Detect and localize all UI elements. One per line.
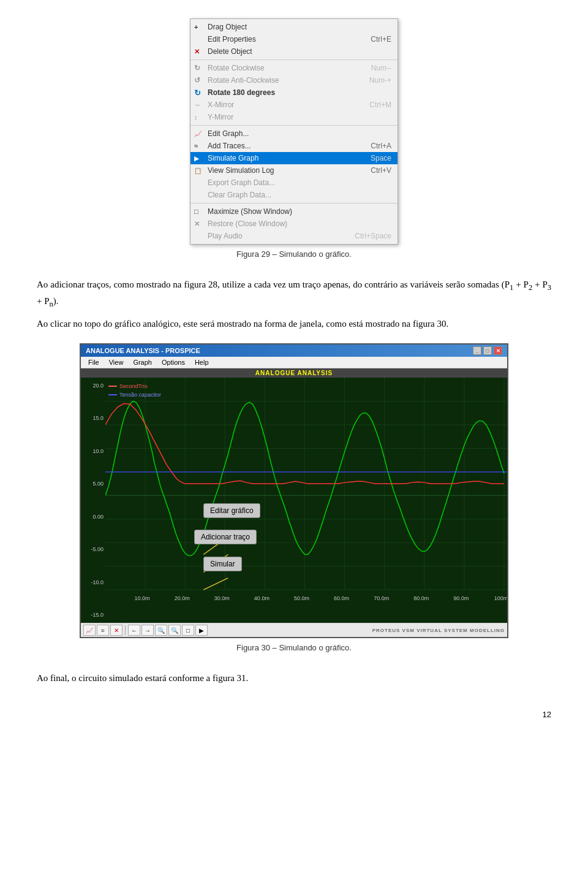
toolbar-btn-5[interactable]: → — [141, 625, 154, 636]
menu-item-export-graph-data[interactable]: Export Graph Data... — [190, 177, 398, 189]
context-menu-wrapper: + Drag Object Edit Properties Ctrl+E ✕ D… — [190, 18, 398, 271]
figure29-caption: Figura 29 – Simulando o gráfico. — [236, 249, 352, 259]
minimize-btn[interactable]: _ — [473, 346, 481, 355]
proteus-label: PROTEUS VSM VIRTUAL SYSTEM MODELLING — [372, 628, 505, 633]
edit-graph-icon: 📈 — [194, 131, 202, 137]
figure30-caption: Figura 30 – Simulando o gráfico. — [236, 643, 352, 652]
maximize-btn[interactable]: □ — [483, 346, 492, 355]
svg-text:40.0m: 40.0m — [254, 596, 270, 602]
menu-item-y-mirror[interactable]: ↕ Y-Mirror — [190, 111, 398, 123]
menu-item-x-mirror[interactable]: ↔ X-Mirror Ctrl+M — [190, 99, 398, 111]
edit-properties-label: Edit Properties — [208, 35, 358, 44]
menu-item-play-audio[interactable]: Play Audio Ctrl+Space — [190, 230, 398, 242]
edit-graph-label: Edit Graph... — [208, 129, 391, 138]
analysis-titlebar: ANALOGUE ANALYSIS - PROSPICE _ □ ✕ — [81, 345, 507, 357]
svg-line-22 — [203, 578, 228, 590]
delete-object-label: Delete Object — [208, 47, 391, 56]
export-graph-data-label: Export Graph Data... — [208, 178, 391, 187]
rotate-180-label: Rotate 180 degrees — [208, 88, 391, 97]
menu-options[interactable]: Options — [157, 357, 190, 367]
menu-item-rotate-180[interactable]: ↻ Rotate 180 degrees — [190, 86, 398, 99]
x-mirror-icon: ↔ — [194, 101, 201, 109]
restore-label: Restore (Close Window) — [208, 219, 391, 228]
toolbar-sep-1 — [125, 625, 126, 635]
menu-item-delete-object[interactable]: ✕ Delete Object — [190, 45, 398, 58]
analysis-label-bar: ANALOGUE ANALYSIS — [81, 368, 507, 378]
svg-text:30.0m: 30.0m — [214, 596, 230, 602]
restore-icon: ✕ — [194, 220, 200, 228]
menu-file[interactable]: File — [83, 357, 104, 367]
rotate-cw-shortcut: Num-- — [371, 64, 391, 72]
svg-text:20.0m: 20.0m — [175, 596, 190, 602]
analysis-toolbar: 📈 ≈ ✕ ← → 🔍 🔍 □ ▶ PROTEUS VSM VIRTUAL SY… — [81, 623, 507, 637]
callout-editar-grafico: Editar gráfico — [203, 503, 260, 518]
toolbar-btn-6[interactable]: 🔍 — [155, 625, 167, 636]
callout-simular: Simular — [203, 557, 242, 571]
add-traces-shortcut: Ctrl+A — [371, 142, 391, 150]
drag-object-icon: + — [194, 23, 198, 31]
drag-object-label: Drag Object — [208, 23, 391, 31]
clear-graph-data-label: Clear Graph Data... — [208, 191, 391, 199]
menu-item-view-sim-log[interactable]: 📋 View Simulation Log Ctrl+V — [190, 164, 398, 177]
menu-item-edit-graph[interactable]: 📈 Edit Graph... — [190, 128, 398, 140]
analysis-window-wrapper: ANALOGUE ANALYSIS - PROSPICE _ □ ✕ File … — [37, 343, 551, 665]
svg-text:100m: 100m — [494, 596, 507, 602]
toolbar-btn-2[interactable]: ≈ — [97, 625, 109, 636]
analysis-window[interactable]: ANALOGUE ANALYSIS - PROSPICE _ □ ✕ File … — [80, 343, 508, 638]
x-mirror-shortcut: Ctrl+M — [369, 101, 391, 109]
play-audio-label: Play Audio — [208, 232, 342, 240]
context-menu[interactable]: + Drag Object Edit Properties Ctrl+E ✕ D… — [190, 18, 398, 245]
view-sim-log-shortcut: Ctrl+V — [371, 166, 391, 175]
view-sim-log-label: View Simulation Log — [208, 166, 358, 175]
svg-text:70.0m: 70.0m — [374, 596, 389, 602]
menu-item-rotate-anti-clockwise[interactable]: ↺ Rotate Anti-Clockwise Num-+ — [190, 74, 398, 86]
titlebar-buttons: _ □ ✕ — [473, 346, 502, 355]
rotate-ccw-shortcut: Num-+ — [369, 76, 391, 85]
delete-object-icon: ✕ — [194, 48, 200, 56]
toolbar-btn-9[interactable]: ▶ — [195, 625, 208, 636]
page-number: 12 — [37, 710, 551, 719]
toolbar-btn-4[interactable]: ← — [128, 625, 140, 636]
svg-text:50.0m: 50.0m — [294, 596, 309, 602]
maximize-icon: □ — [194, 208, 198, 215]
maximize-label: Maximize (Show Window) — [208, 207, 391, 216]
page-content: + Drag Object Edit Properties Ctrl+E ✕ D… — [37, 18, 551, 719]
menu-help[interactable]: Help — [190, 357, 214, 367]
toolbar-btn-3[interactable]: ✕ — [110, 625, 123, 636]
rotate-anti-clockwise-label: Rotate Anti-Clockwise — [208, 76, 357, 85]
separator-1 — [190, 59, 398, 60]
svg-text:60.0m: 60.0m — [334, 596, 349, 602]
rotate-ccw-icon: ↺ — [194, 76, 200, 85]
menu-graph[interactable]: Graph — [128, 357, 157, 367]
menu-item-restore[interactable]: ✕ Restore (Close Window) — [190, 218, 398, 230]
toolbar-btn-7[interactable]: 🔍 — [168, 625, 181, 636]
play-audio-shortcut: Ctrl+Space — [355, 232, 391, 240]
toolbar-btn-1[interactable]: 📈 — [83, 625, 96, 636]
toolbar-btn-8[interactable]: □ — [182, 625, 194, 636]
menu-item-add-traces[interactable]: ≈ Add Traces... Ctrl+A — [190, 140, 398, 152]
simulate-graph-shortcut: Space — [371, 154, 391, 162]
body-paragraph-3: Ao final, o circuito simulado estará con… — [37, 671, 551, 685]
menu-item-clear-graph-data[interactable]: Clear Graph Data... — [190, 189, 398, 201]
menu-item-edit-properties[interactable]: Edit Properties Ctrl+E — [190, 33, 398, 45]
menu-item-rotate-clockwise[interactable]: ↻ Rotate Clockwise Num-- — [190, 62, 398, 74]
svg-text:10.0m: 10.0m — [135, 596, 150, 602]
menu-item-simulate-graph[interactable]: ▶ Simulate Graph Space — [190, 152, 398, 164]
menu-item-drag-object[interactable]: + Drag Object — [190, 21, 398, 33]
y-axis: 20.0 15.0 10.0 5.00 0.00 -5.00 -10.0 -15… — [81, 378, 105, 623]
chart-svg: 10.0m 20.0m 30.0m 40.0m 50.0m 60.0m 70.0… — [105, 378, 507, 607]
callout-adicionar-traco: Adicionar traço — [194, 530, 257, 544]
y-mirror-icon: ↕ — [194, 113, 198, 121]
menu-view[interactable]: View — [104, 357, 129, 367]
separator-2 — [190, 125, 398, 126]
view-sim-log-icon: 📋 — [194, 167, 202, 174]
svg-text:80.0m: 80.0m — [413, 596, 429, 602]
close-btn[interactable]: ✕ — [494, 346, 502, 355]
menu-item-maximize[interactable]: □ Maximize (Show Window) — [190, 205, 398, 218]
rotate-cw-icon: ↻ — [194, 64, 200, 72]
svg-text:90.0m: 90.0m — [453, 596, 469, 602]
analysis-window-title: ANALOGUE ANALYSIS - PROSPICE — [86, 347, 200, 354]
y-mirror-label: Y-Mirror — [208, 113, 391, 121]
body-paragraph-2: Ao clicar no topo do gráfico analógico, … — [37, 316, 551, 331]
simulate-graph-icon: ▶ — [194, 155, 199, 162]
